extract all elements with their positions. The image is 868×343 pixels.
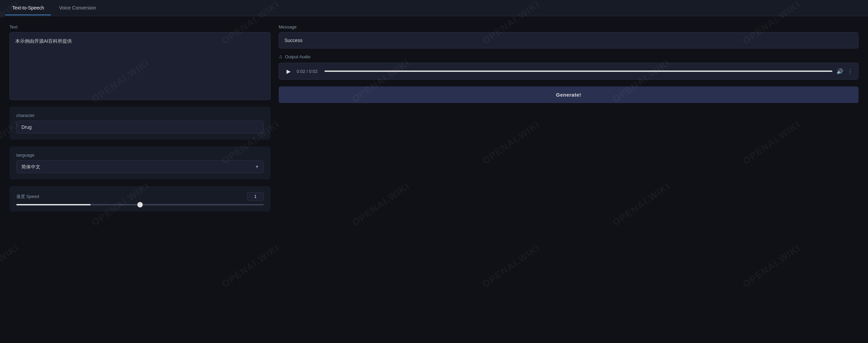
- audio-progress-bar[interactable]: [324, 70, 832, 72]
- tab-voice-conversion[interactable]: Voice Conversion: [52, 1, 103, 15]
- text-section: Text 本示例由开源AI百科所提供: [9, 24, 271, 100]
- language-label: language: [16, 153, 264, 158]
- play-button[interactable]: ▶: [284, 67, 293, 75]
- character-label: character: [16, 113, 264, 118]
- message-box: Success: [279, 32, 859, 48]
- app-container: Text-to-Speech Voice Conversion Text 本示例…: [0, 0, 868, 343]
- play-icon: ▶: [287, 68, 291, 75]
- audio-progress-fill: [324, 70, 832, 72]
- language-select-wrapper: 简体中文 English 日本語 한국어 ▼: [16, 160, 264, 173]
- language-section: language 简体中文 English 日本語 한국어 ▼: [9, 146, 271, 179]
- speed-header: 速度 Speed 1: [16, 192, 264, 201]
- tabs-bar: Text-to-Speech Voice Conversion: [0, 0, 868, 16]
- speed-label: 速度 Speed: [16, 194, 39, 200]
- tab-tts[interactable]: Text-to-Speech: [5, 1, 51, 15]
- audio-player: ▶ 0:02 / 0:02 🔊 ⋮: [279, 63, 859, 80]
- message-value: Success: [284, 38, 302, 43]
- speed-value: 1: [247, 192, 264, 201]
- right-panel: Message Success ♫ Output Audio ▶ 0:02 / …: [279, 24, 859, 335]
- character-input[interactable]: [16, 121, 264, 134]
- output-audio-label: Output Audio: [285, 54, 311, 59]
- more-options-icon[interactable]: ⋮: [847, 68, 853, 75]
- time-display: 0:02 / 0:02: [297, 69, 320, 74]
- speed-section: 速度 Speed 1: [9, 186, 271, 211]
- language-select[interactable]: 简体中文 English 日本語 한국어: [16, 160, 264, 173]
- character-section: character: [9, 107, 271, 140]
- message-section: Message Success: [279, 24, 859, 48]
- generate-button[interactable]: Generate!: [279, 86, 859, 103]
- text-input[interactable]: 本示例由开源AI百科所提供: [9, 32, 271, 100]
- message-label: Message: [279, 24, 859, 29]
- music-icon: ♫: [279, 54, 282, 59]
- output-audio-section: ♫ Output Audio ▶ 0:02 / 0:02 🔊 ⋮: [279, 54, 859, 80]
- text-label: Text: [9, 24, 271, 29]
- main-content: Text 本示例由开源AI百科所提供 character language 简体…: [0, 16, 868, 343]
- speed-slider[interactable]: [16, 204, 264, 205]
- volume-icon[interactable]: 🔊: [836, 68, 843, 75]
- output-audio-header: ♫ Output Audio: [279, 54, 859, 59]
- left-panel: Text 本示例由开源AI百科所提供 character language 简体…: [9, 24, 271, 335]
